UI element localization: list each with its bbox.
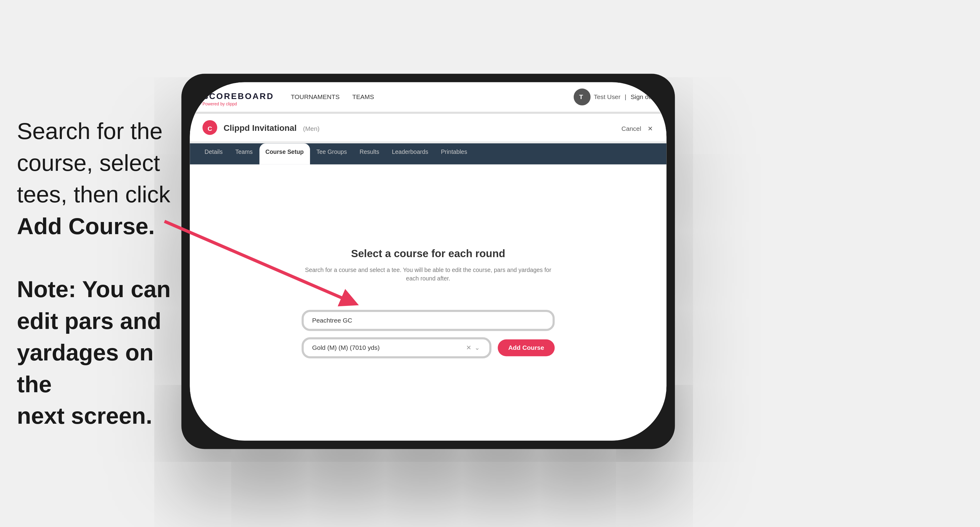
user-avatar: T [573,89,590,105]
tab-leaderboards[interactable]: Leaderboards [385,143,434,165]
card-title: Select a course for each round [302,246,555,259]
tab-bar: Details Teams Course Setup Tee Groups Re… [190,143,667,165]
user-name: Test User [593,93,620,101]
app-header: SCOREBOARD Powered by clippd TOURNAMENTS… [190,82,667,114]
tournament-name: Clippd Invitational [224,122,297,133]
tab-course-setup[interactable]: Course Setup [259,143,310,165]
tab-results[interactable]: Results [353,143,386,165]
cancel-button[interactable]: Cancel ✕ [622,123,654,132]
sign-out-link[interactable]: Sign out [631,93,654,101]
tee-clear-icon[interactable]: ✕ [466,344,473,352]
card-description: Search for a course and select a tee. Yo… [302,265,555,283]
tab-details[interactable]: Details [198,143,229,165]
cancel-icon: ✕ [648,123,654,132]
annotation-note: Note: You can edit pars and yardages on … [17,275,175,431]
tab-teams[interactable]: Teams [229,143,259,165]
nav-tournaments[interactable]: TOURNAMENTS [291,93,340,101]
add-course-button[interactable]: Add Course [498,340,555,357]
tee-select[interactable]: Gold (M) (M) (7010 yds) ✕ ⌄ [302,338,491,359]
tournament-icon: C [202,120,217,135]
nav-teams[interactable]: TEAMS [352,93,374,101]
annotation-text: Search for the course, select tees, then… [17,116,175,241]
tab-tee-groups[interactable]: Tee Groups [310,143,353,165]
tee-expand-icon[interactable]: ⌄ [474,344,481,352]
tournament-bar: C Clippd Invitational (Men) Cancel ✕ [190,114,667,143]
main-content: Select a course for each round Search fo… [190,165,667,441]
course-search-input[interactable] [302,310,555,331]
tournament-meta: (Men) [303,123,320,132]
tab-printables[interactable]: Printables [434,143,473,165]
logo: SCOREBOARD Powered by clippd [202,90,274,105]
